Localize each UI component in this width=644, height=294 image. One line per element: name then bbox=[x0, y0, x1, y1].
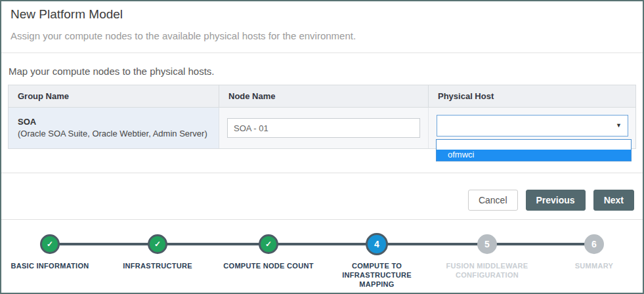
dropdown-arrow-icon: ▼ bbox=[616, 123, 622, 129]
step-1-circle[interactable]: ✓ bbox=[40, 234, 60, 254]
compute-mapping-table: Group Name Node Name Physical Host SOA (… bbox=[8, 85, 636, 149]
column-header-physical-host: Physical Host bbox=[429, 85, 635, 107]
new-platform-model-wizard: New Platform Model Assign your compute n… bbox=[0, 0, 644, 294]
step-1-label: BASIC INFORMATION bbox=[0, 261, 109, 270]
previous-button[interactable]: Previous bbox=[526, 190, 586, 211]
page-title: New Platform Model bbox=[11, 7, 123, 22]
wizard-header: New Platform Model Assign your compute n… bbox=[1, 1, 643, 53]
column-header-group-name: Group Name bbox=[9, 85, 219, 107]
step-4-label: COMPUTE TO INFRASTRUCTURE MAPPING bbox=[331, 261, 423, 289]
column-header-node-name: Node Name bbox=[219, 85, 429, 107]
physical-host-options-list: ofmwci bbox=[436, 139, 632, 161]
divider bbox=[1, 173, 643, 173]
group-name: SOA bbox=[18, 116, 209, 128]
step-number: 6 bbox=[591, 239, 597, 249]
mapping-instruction: Map your compute nodes to the physical h… bbox=[9, 66, 215, 77]
page-subtitle: Assign your compute nodes to the availab… bbox=[11, 30, 356, 41]
check-icon: ✓ bbox=[154, 240, 161, 249]
wizard-stepper: ✓ ✓ ✓ 4 5 6 BASIC INFORMATION INFRASTRUC… bbox=[1, 220, 643, 294]
step-6-circle[interactable]: 6 bbox=[584, 234, 604, 254]
group-name-cell: SOA (Oracle SOA Suite, Oracle Webtier, A… bbox=[9, 108, 219, 148]
step-2-label: INFRASTRUCTURE bbox=[98, 261, 217, 270]
physical-host-cell: ▼ ofmwci bbox=[429, 108, 635, 148]
check-icon: ✓ bbox=[265, 240, 272, 249]
stepper-connector bbox=[50, 243, 594, 245]
cancel-button[interactable]: Cancel bbox=[468, 190, 518, 211]
step-5-label: FUSION MIDDLEWARE CONFIGURATION bbox=[425, 261, 549, 280]
table-header-row: Group Name Node Name Physical Host bbox=[9, 85, 635, 108]
node-name-cell bbox=[219, 108, 429, 148]
check-icon: ✓ bbox=[47, 240, 53, 249]
physical-host-select[interactable]: ▼ bbox=[437, 115, 628, 136]
step-3-label: COMPUTE NODE COUNT bbox=[203, 261, 334, 270]
next-button[interactable]: Next bbox=[593, 190, 634, 211]
step-2-circle[interactable]: ✓ bbox=[148, 234, 167, 254]
step-number: 5 bbox=[484, 239, 490, 249]
node-name-input[interactable] bbox=[227, 118, 420, 138]
step-6-label: SUMMARY bbox=[535, 261, 644, 270]
group-detail: (Oracle SOA Suite, Oracle Webtier, Admin… bbox=[18, 128, 209, 140]
step-3-circle[interactable]: ✓ bbox=[259, 234, 278, 254]
option-blank[interactable] bbox=[437, 140, 631, 150]
table-row: SOA (Oracle SOA Suite, Oracle Webtier, A… bbox=[9, 108, 635, 148]
step-4-circle[interactable]: 4 bbox=[366, 233, 388, 255]
option-ofmwci[interactable]: ofmwci bbox=[437, 150, 631, 161]
step-5-circle[interactable]: 5 bbox=[477, 234, 497, 254]
action-button-bar: Cancel Previous Next bbox=[468, 190, 634, 211]
step-number: 4 bbox=[374, 239, 379, 249]
